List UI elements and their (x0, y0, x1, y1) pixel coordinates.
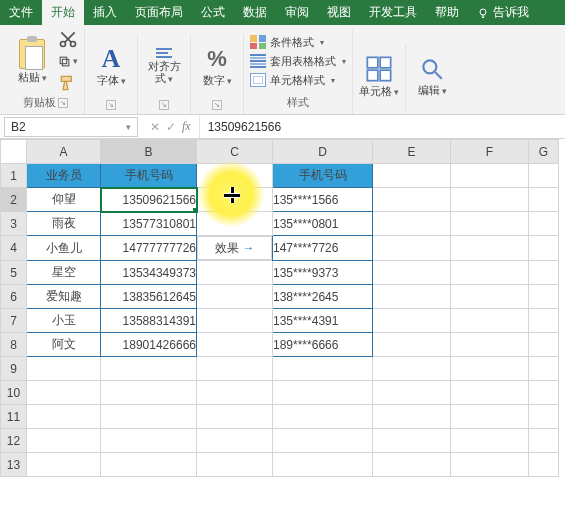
tab-review[interactable]: 审阅 (276, 0, 318, 25)
cell-B7[interactable]: 13588314391 (101, 309, 197, 333)
cell-F10[interactable] (451, 381, 529, 405)
tab-formulas[interactable]: 公式 (192, 0, 234, 25)
cell-F11[interactable] (451, 405, 529, 429)
cell-G8[interactable] (529, 333, 559, 357)
cell-D7[interactable]: 135****4391 (273, 309, 373, 333)
cell-E2[interactable] (373, 188, 451, 212)
cell-A4[interactable]: 小鱼儿 (27, 236, 101, 261)
cut-button[interactable] (58, 30, 78, 48)
row-header-6[interactable]: 6 (1, 285, 27, 309)
cell-F9[interactable] (451, 357, 529, 381)
cell-B5[interactable]: 13534349373 (101, 261, 197, 285)
format-as-table-button[interactable]: 套用表格格式▾ (250, 54, 346, 69)
row-header-4[interactable]: 4 (1, 236, 27, 261)
cell-B8[interactable]: 18901426666 (101, 333, 197, 357)
paste-button[interactable]: 粘贴 (12, 30, 52, 92)
cell-G10[interactable] (529, 381, 559, 405)
cell-E5[interactable] (373, 261, 451, 285)
cell-A12[interactable] (27, 429, 101, 453)
cell-C12[interactable] (197, 429, 273, 453)
col-header-C[interactable]: C (197, 140, 273, 164)
cell-D12[interactable] (273, 429, 373, 453)
cell-F8[interactable] (451, 333, 529, 357)
cell-E11[interactable] (373, 405, 451, 429)
cell-D2[interactable]: 135****1566 (273, 188, 373, 212)
cell-B12[interactable] (101, 429, 197, 453)
cell-C5[interactable] (197, 261, 273, 285)
cell-G13[interactable] (529, 453, 559, 477)
cell-D3[interactable]: 135****0801 (273, 212, 373, 236)
cell-E7[interactable] (373, 309, 451, 333)
number-button[interactable]: % 数字 (197, 35, 237, 97)
row-header-13[interactable]: 13 (1, 453, 27, 477)
fx-icon[interactable]: fx (182, 119, 191, 134)
cell-A5[interactable]: 星空 (27, 261, 101, 285)
cell-D5[interactable]: 135****9373 (273, 261, 373, 285)
formula-input[interactable]: 13509621566 (199, 115, 565, 138)
tab-view[interactable]: 视图 (318, 0, 360, 25)
cell-G7[interactable] (529, 309, 559, 333)
row-header-12[interactable]: 12 (1, 429, 27, 453)
name-box[interactable]: B2 ▾ (4, 117, 138, 137)
row-header-11[interactable]: 11 (1, 405, 27, 429)
cell-A13[interactable] (27, 453, 101, 477)
editing-button[interactable]: 编辑 (412, 45, 452, 107)
cell-B2[interactable]: 13509621566 (101, 188, 197, 212)
tab-data[interactable]: 数据 (234, 0, 276, 25)
col-header-D[interactable]: D (273, 140, 373, 164)
cell-C9[interactable] (197, 357, 273, 381)
cell-D9[interactable] (273, 357, 373, 381)
conditional-formatting-button[interactable]: 条件格式▾ (250, 35, 324, 50)
row-header-8[interactable]: 8 (1, 333, 27, 357)
cell-D8[interactable]: 189****6666 (273, 333, 373, 357)
cell-C10[interactable] (197, 381, 273, 405)
cell-E8[interactable] (373, 333, 451, 357)
cell-G6[interactable] (529, 285, 559, 309)
cell-B11[interactable] (101, 405, 197, 429)
alignment-button[interactable]: 对齐方式 (144, 35, 184, 97)
worksheet-grid[interactable]: A B C D E F G 1 业务员 手机号码 手机号码 2 仰望 13509… (0, 139, 565, 477)
cell-B4[interactable]: 14777777726 (101, 236, 197, 261)
cell-G5[interactable] (529, 261, 559, 285)
cell-F3[interactable] (451, 212, 529, 236)
cell-B13[interactable] (101, 453, 197, 477)
col-header-F[interactable]: F (451, 140, 529, 164)
cell-C8[interactable] (197, 333, 273, 357)
cell-E9[interactable] (373, 357, 451, 381)
cell-D10[interactable] (273, 381, 373, 405)
cell-E4[interactable] (373, 236, 451, 261)
cell-F1[interactable] (451, 164, 529, 188)
cell-G9[interactable] (529, 357, 559, 381)
cell-C4[interactable]: 效果→ (197, 236, 272, 260)
cell-E1[interactable] (373, 164, 451, 188)
cell-G2[interactable] (529, 188, 559, 212)
cell-B3[interactable]: 13577310801 (101, 212, 197, 236)
cell-F2[interactable] (451, 188, 529, 212)
number-launcher[interactable]: ↘ (212, 100, 222, 110)
cell-G3[interactable] (529, 212, 559, 236)
col-header-E[interactable]: E (373, 140, 451, 164)
col-header-B[interactable]: B (101, 140, 197, 164)
cell-E10[interactable] (373, 381, 451, 405)
tab-help[interactable]: 帮助 (426, 0, 468, 25)
cell-F7[interactable] (451, 309, 529, 333)
cell-A10[interactable] (27, 381, 101, 405)
cell-A7[interactable]: 小玉 (27, 309, 101, 333)
font-button[interactable]: A 字体 (91, 35, 131, 97)
alignment-launcher[interactable]: ↘ (159, 100, 169, 110)
cell-D4[interactable]: 147****7726 (273, 236, 373, 261)
fill-handle[interactable] (193, 208, 197, 212)
cell-B6[interactable]: 13835612645 (101, 285, 197, 309)
tab-insert[interactable]: 插入 (84, 0, 126, 25)
row-header-1[interactable]: 1 (1, 164, 27, 188)
cell-A1[interactable]: 业务员 (27, 164, 101, 188)
select-all-corner[interactable] (1, 140, 27, 164)
cell-D13[interactable] (273, 453, 373, 477)
col-header-A[interactable]: A (27, 140, 101, 164)
font-launcher[interactable]: ↘ (106, 100, 116, 110)
tab-page-layout[interactable]: 页面布局 (126, 0, 192, 25)
cell-C3[interactable] (197, 212, 273, 236)
cell-D6[interactable]: 138****2645 (273, 285, 373, 309)
copy-button[interactable] (58, 52, 78, 70)
cell-F6[interactable] (451, 285, 529, 309)
